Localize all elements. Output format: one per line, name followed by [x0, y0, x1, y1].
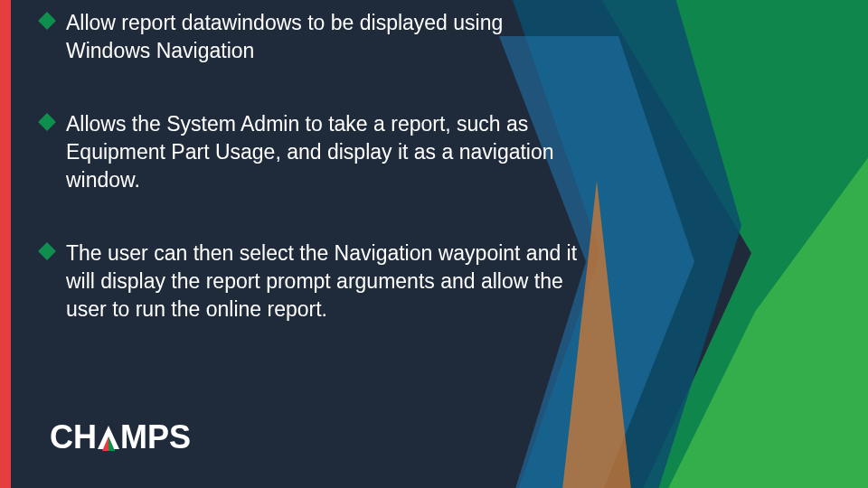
slide: Allow report datawindows to be displayed…: [0, 0, 868, 488]
bullet-diamond-icon: [38, 12, 56, 30]
list-item-text: Allows the System Admin to take a report…: [66, 112, 554, 192]
bullet-diamond-icon: [38, 113, 56, 131]
list-item: Allow report datawindows to be displayed…: [41, 9, 583, 65]
logo-text-pre: CH: [50, 418, 97, 455]
logo-text-post: MPS: [120, 418, 191, 455]
list-item-text: The user can then select the Navigation …: [66, 241, 577, 321]
accent-bar-left: [0, 0, 11, 488]
list-item: Allows the System Admin to take a report…: [41, 110, 583, 194]
logo-a-icon: [97, 421, 120, 454]
champs-logo: CH MPS: [50, 421, 191, 454]
bullet-list: Allow report datawindows to be displayed…: [41, 9, 583, 324]
list-item: The user can then select the Navigation …: [41, 239, 583, 324]
list-item-text: Allow report datawindows to be displayed…: [66, 11, 503, 62]
content-area: Allow report datawindows to be displayed…: [41, 9, 583, 369]
bullet-diamond-icon: [38, 242, 56, 260]
